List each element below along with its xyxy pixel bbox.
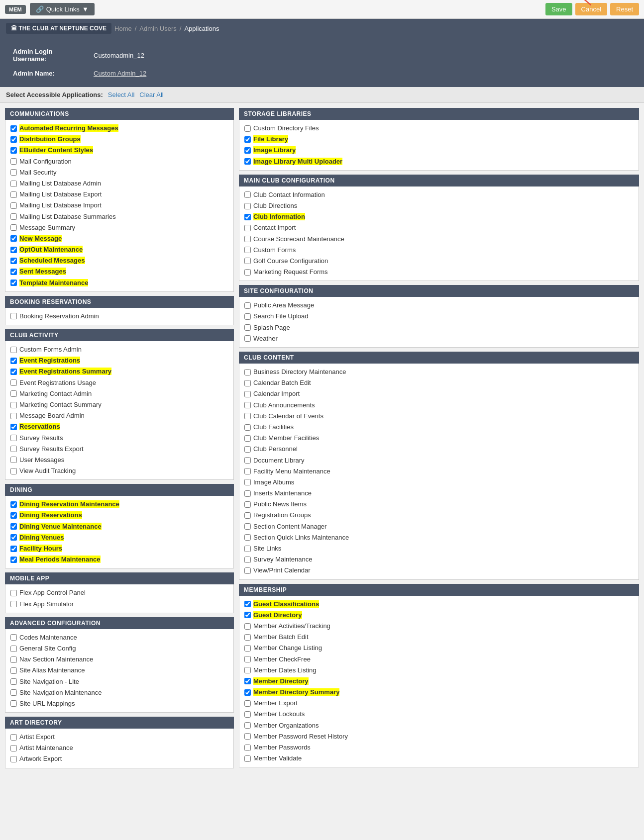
- checkbox-label[interactable]: Artwork Export: [19, 754, 62, 763]
- breadcrumb-home[interactable]: Home: [114, 25, 132, 32]
- checkbox-label[interactable]: Guest Classifications: [253, 600, 319, 609]
- checkbox-label[interactable]: Facility Menu Maintenance: [253, 467, 330, 476]
- checkbox-label[interactable]: Dining Reservation Maintenance: [19, 500, 119, 509]
- checkbox-input[interactable]: [10, 280, 17, 286]
- checkbox-input[interactable]: [244, 689, 251, 696]
- checkbox-input[interactable]: [244, 147, 251, 154]
- checkbox-label[interactable]: New Message: [19, 234, 62, 243]
- checkbox-input[interactable]: [10, 590, 17, 596]
- cancel-button[interactable]: Cancel: [575, 3, 607, 15]
- checkbox-input[interactable]: [10, 136, 17, 143]
- checkbox-input[interactable]: [10, 468, 17, 474]
- checkbox-input[interactable]: [244, 468, 251, 474]
- checkbox-input[interactable]: [244, 214, 251, 220]
- checkbox-label[interactable]: Section Content Manager: [253, 522, 326, 531]
- quick-links-button[interactable]: 🔗 Quick Links ▼: [30, 3, 95, 15]
- checkbox-input[interactable]: [10, 678, 17, 685]
- checkbox-label[interactable]: Marketing Request Forms: [253, 268, 328, 277]
- checkbox-label[interactable]: Facility Hours: [19, 544, 62, 553]
- checkbox-label[interactable]: Site Navigation Maintenance: [19, 688, 102, 697]
- checkbox-label[interactable]: Golf Course Configuration: [253, 257, 328, 266]
- checkbox-label[interactable]: Event Registrations Usage: [19, 378, 96, 387]
- checkbox-label[interactable]: Member Password Reset History: [253, 732, 348, 741]
- checkbox-input[interactable]: [10, 689, 17, 696]
- checkbox-label[interactable]: Site Navigation - Lite: [19, 677, 79, 686]
- checkbox-label[interactable]: Marketing Contact Summary: [19, 400, 102, 409]
- checkbox-label[interactable]: Member Change Listing: [253, 644, 322, 653]
- admin-name-link[interactable]: Custom Admin_12: [94, 70, 146, 77]
- checkbox-label[interactable]: Member Dates Listing: [253, 666, 316, 675]
- checkbox-label[interactable]: Search File Upload: [253, 312, 309, 321]
- checkbox-input[interactable]: [10, 347, 17, 353]
- checkbox-label[interactable]: Sent Messages: [19, 267, 66, 276]
- checkbox-label[interactable]: Mailing List Database Summaries: [19, 212, 116, 221]
- checkbox-input[interactable]: [244, 335, 251, 342]
- checkbox-input[interactable]: [244, 435, 251, 442]
- checkbox-label[interactable]: Public News Items: [253, 500, 307, 509]
- checkbox-input[interactable]: [10, 435, 17, 441]
- checkbox-input[interactable]: [10, 235, 17, 242]
- checkbox-label[interactable]: OptOut Maintenance: [19, 245, 83, 254]
- checkbox-label[interactable]: Event Registrations Summary: [19, 367, 111, 376]
- checkbox-label[interactable]: Nav Section Maintenance: [19, 655, 93, 664]
- checkbox-input[interactable]: [244, 557, 251, 563]
- checkbox-input[interactable]: [10, 202, 17, 209]
- clear-all-link[interactable]: Clear All: [139, 91, 163, 98]
- checkbox-label[interactable]: Custom Forms: [253, 246, 296, 255]
- save-button[interactable]: Save: [545, 3, 572, 15]
- checkbox-label[interactable]: Club Member Facilities: [253, 434, 319, 443]
- checkbox-label[interactable]: Club Calendar of Events: [253, 412, 323, 421]
- checkbox-input[interactable]: [244, 457, 251, 464]
- checkbox-input[interactable]: [244, 667, 251, 673]
- checkbox-label[interactable]: Club Directions: [253, 201, 297, 210]
- checkbox-input[interactable]: [10, 147, 17, 154]
- checkbox-input[interactable]: [10, 358, 17, 364]
- checkbox-input[interactable]: [244, 269, 251, 276]
- checkbox-input[interactable]: [10, 446, 17, 452]
- checkbox-label[interactable]: Member Directory: [253, 677, 309, 686]
- checkbox-input[interactable]: [10, 213, 17, 220]
- checkbox-input[interactable]: [244, 634, 251, 641]
- checkbox-input[interactable]: [10, 656, 17, 663]
- checkbox-input[interactable]: [244, 391, 251, 397]
- checkbox-label[interactable]: Club Personnel: [253, 445, 298, 454]
- checkbox-input[interactable]: [244, 623, 251, 630]
- checkbox-label[interactable]: Mailing List Database Import: [19, 201, 102, 210]
- checkbox-input[interactable]: [10, 224, 17, 231]
- checkbox-label[interactable]: Member Validate: [253, 754, 302, 763]
- checkbox-input[interactable]: [10, 424, 17, 430]
- checkbox-label[interactable]: Calendar Batch Edit: [253, 378, 311, 387]
- checkbox-input[interactable]: [244, 534, 251, 541]
- checkbox-input[interactable]: [10, 523, 17, 530]
- checkbox-label[interactable]: Marketing Contact Admin: [19, 389, 92, 398]
- checkbox-input[interactable]: [10, 191, 17, 198]
- checkbox-input[interactable]: [10, 646, 17, 652]
- checkbox-label[interactable]: Automated Recurring Messages: [19, 124, 118, 133]
- checkbox-label[interactable]: Booking Reservation Admin: [19, 312, 99, 321]
- checkbox-input[interactable]: [10, 734, 17, 741]
- checkbox-label[interactable]: Mailing List Database Export: [19, 190, 102, 199]
- checkbox-input[interactable]: [244, 711, 251, 718]
- checkbox-label[interactable]: Site URL Mappings: [19, 699, 75, 708]
- checkbox-input[interactable]: [244, 225, 251, 231]
- checkbox-label[interactable]: Splash Page: [253, 323, 290, 332]
- checkbox-label[interactable]: Section Quick Links Maintenance: [253, 533, 349, 542]
- checkbox-input[interactable]: [10, 379, 17, 386]
- checkbox-label[interactable]: Member Activities/Tracking: [253, 622, 330, 631]
- checkbox-label[interactable]: Artist Export: [19, 733, 55, 742]
- checkbox-input[interactable]: [244, 424, 251, 431]
- checkbox-label[interactable]: Course Scorecard Maintenance: [253, 235, 344, 244]
- checkbox-label[interactable]: File Library: [253, 135, 288, 144]
- checkbox-input[interactable]: [244, 191, 251, 198]
- checkbox-label[interactable]: Survey Results Export: [19, 445, 84, 454]
- checkbox-label[interactable]: Mailing List Database Admin: [19, 179, 101, 188]
- checkbox-label[interactable]: Survey Maintenance: [253, 555, 313, 564]
- checkbox-input[interactable]: [244, 402, 251, 408]
- checkbox-input[interactable]: [244, 125, 251, 132]
- checkbox-label[interactable]: Survey Results: [19, 434, 63, 443]
- checkbox-label[interactable]: Club Facilities: [253, 423, 294, 432]
- checkbox-input[interactable]: [244, 745, 251, 751]
- checkbox-label[interactable]: Mail Configuration: [19, 157, 72, 166]
- checkbox-input[interactable]: [244, 203, 251, 209]
- checkbox-label[interactable]: Inserts Maintenance: [253, 489, 312, 498]
